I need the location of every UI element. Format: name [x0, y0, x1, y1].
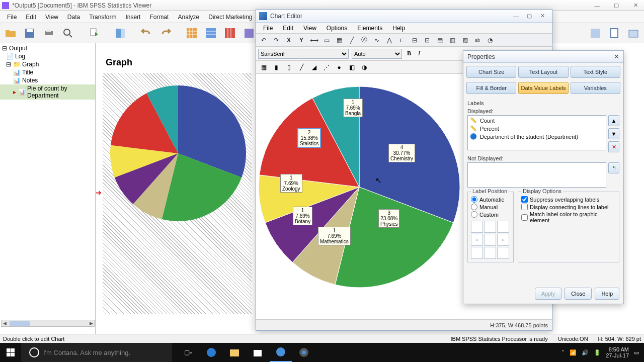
ce-area-button[interactable]: ◢ — [308, 62, 319, 72]
ce-scatter-button[interactable]: ⋰ — [321, 62, 332, 72]
outline-root[interactable]: ⊟Output — [0, 44, 95, 52]
file-explorer-taskbar-icon[interactable] — [223, 343, 246, 362]
menu-direct-marketing[interactable]: Direct Marketing — [204, 13, 256, 22]
ce-ref-line-h-button[interactable]: ⊟ — [409, 35, 420, 45]
tab-text-style[interactable]: Text Style — [571, 66, 620, 78]
ce-ref-line-v-button[interactable]: ⊡ — [422, 35, 433, 45]
displayed-item[interactable]: 📏Percent — [469, 125, 605, 133]
displayed-item[interactable]: 📏Count — [469, 117, 605, 125]
ce-labels-button[interactable]: ab — [472, 35, 483, 45]
bold-button[interactable]: B — [405, 50, 413, 57]
chart-editor-titlebar[interactable]: Chart Editor — ▢ ✕ — [256, 10, 552, 23]
ce-3d-button[interactable]: ◧ — [346, 62, 357, 72]
ce-pie-button[interactable]: ◑ — [359, 62, 370, 72]
font-family-select[interactable]: SansSerif — [258, 49, 349, 59]
spss-taskbar-icon[interactable] — [270, 343, 292, 362]
outline-notes[interactable]: 📊Notes — [0, 76, 95, 84]
windows-taskbar[interactable]: I'm Cortana. Ask me anything. ▢▫ ˄ 📶 🔊 🔋… — [0, 343, 644, 362]
ce-annotation-button[interactable]: Ⓐ — [359, 35, 370, 45]
ce-bar-button[interactable]: ▮ — [271, 62, 282, 72]
font-size-select[interactable]: Auto — [352, 49, 402, 59]
displayed-item[interactable]: 🔵Department of the student (Department) — [469, 133, 605, 141]
radio-automatic[interactable]: Automatic — [471, 196, 510, 203]
apply-button[interactable]: Apply — [535, 288, 562, 300]
goto-case-button[interactable] — [202, 25, 219, 42]
ce-line-chart-button[interactable]: ╱ — [296, 62, 307, 72]
show-hide-button[interactable] — [625, 25, 642, 42]
suppress-overlapping-checkbox[interactable]: Suppress overlapping labels — [521, 196, 616, 203]
ce-line-button[interactable]: ╱ — [346, 35, 357, 45]
designate-window-button[interactable] — [606, 25, 623, 42]
undo-button[interactable] — [138, 25, 155, 42]
data-label-zoology[interactable]: 17.69%Zoology — [280, 174, 302, 193]
tray-network-icon[interactable]: 📶 — [570, 349, 577, 356]
italic-button[interactable]: I — [416, 50, 422, 57]
menu-insert[interactable]: Insert — [121, 13, 144, 22]
start-button[interactable] — [0, 343, 21, 362]
chrome-taskbar-icon[interactable] — [293, 343, 315, 362]
edge-taskbar-icon[interactable] — [200, 343, 222, 362]
tray-chevron-icon[interactable]: ˄ — [561, 349, 565, 356]
data-label-bangla[interactable]: 17.69%Bangla — [343, 99, 363, 117]
ce-select-button[interactable]: ▦ — [258, 62, 269, 72]
ce-menu-view[interactable]: View — [298, 24, 321, 33]
ce-minimize-button[interactable]: — — [510, 12, 523, 20]
notifications-icon[interactable]: ▭ — [634, 349, 639, 356]
ce-border-button[interactable]: ▦ — [334, 35, 345, 45]
ce-histogram-button[interactable]: ⊏ — [396, 35, 408, 45]
ce-fit-curve-button[interactable]: ∿ — [371, 35, 382, 45]
ce-close-button[interactable]: ✕ — [536, 12, 549, 20]
menu-analyze[interactable]: Analyze — [174, 13, 203, 22]
ce-stacked-bar-button[interactable]: ▯ — [283, 62, 294, 72]
properties-panel[interactable]: Properties ✕ Chart SizeText LayoutText S… — [463, 50, 624, 304]
menu-edit[interactable]: Edit — [22, 13, 40, 22]
tray-volume-icon[interactable]: 🔊 — [582, 349, 589, 356]
radio-manual[interactable]: Manual — [471, 204, 510, 210]
data-label-chemistry[interactable]: 430.77%Chemistry — [388, 144, 415, 162]
data-label-mathematics[interactable]: 17.69%Mathematics — [318, 227, 351, 245]
variables-button[interactable] — [240, 25, 258, 42]
ce-redo-button[interactable]: ↷ — [271, 35, 282, 45]
data-label-staistics[interactable]: 215.38%Staistics — [298, 129, 320, 147]
print-button[interactable] — [40, 25, 57, 42]
outline-pie-chart[interactable]: ▸📊Pie of count by Department — [0, 84, 95, 100]
add-button[interactable]: ↰ — [608, 162, 619, 173]
minimize-button[interactable]: — — [591, 2, 604, 10]
ce-y-axis-button[interactable]: Y — [296, 35, 307, 45]
ce-grid-v-button[interactable]: ▨ — [459, 35, 470, 45]
system-tray[interactable]: ˄ 📶 🔊 🔋 8:50 AM 27-Jul-17 ▭ — [556, 346, 644, 358]
goto-data-button[interactable] — [183, 25, 200, 42]
tab-chart-size[interactable]: Chart Size — [466, 66, 516, 78]
print-preview-button[interactable] — [59, 25, 76, 42]
properties-titlebar[interactable]: Properties ✕ — [463, 51, 623, 63]
not-displayed-listbox[interactable] — [467, 162, 606, 188]
task-view-button[interactable]: ▢▫ — [177, 343, 199, 362]
ce-menu-options[interactable]: Options — [321, 24, 352, 33]
redo-button[interactable] — [157, 25, 174, 42]
menu-data[interactable]: Data — [63, 13, 84, 22]
move-up-button[interactable]: ▲ — [608, 115, 619, 126]
outline-scrollbar[interactable]: ◀▶ — [1, 320, 95, 327]
recall-dialog-button[interactable] — [112, 25, 129, 42]
open-button[interactable] — [2, 25, 19, 42]
ce-menu-help[interactable]: Help — [387, 24, 410, 33]
menu-view[interactable]: View — [41, 13, 62, 22]
goto-variable-button[interactable] — [221, 25, 238, 42]
help-button[interactable]: Help — [595, 288, 619, 300]
menu-file[interactable]: File — [3, 13, 21, 22]
close-button[interactable]: ✕ — [629, 2, 642, 10]
ce-maximize-button[interactable]: ▢ — [523, 12, 536, 20]
maximize-button[interactable]: ▢ — [610, 2, 623, 10]
properties-close-button[interactable]: ✕ — [614, 53, 619, 60]
save-button[interactable] — [21, 25, 38, 42]
tab-text-layout[interactable]: Text Layout — [518, 66, 568, 78]
connecting-lines-checkbox[interactable]: Display connecting lines to label — [521, 204, 616, 210]
store-taskbar-icon[interactable] — [247, 343, 269, 362]
tab-fill-border[interactable]: Fill & Border — [466, 82, 516, 94]
export-button[interactable] — [86, 25, 103, 42]
outline-title[interactable]: 📊Title — [0, 68, 95, 76]
menu-transform[interactable]: Transform — [85, 13, 120, 22]
tab-variables[interactable]: Variables — [571, 82, 620, 94]
ce-explode-button[interactable]: ◔ — [485, 35, 496, 45]
close-button-props[interactable]: Close — [565, 288, 592, 300]
